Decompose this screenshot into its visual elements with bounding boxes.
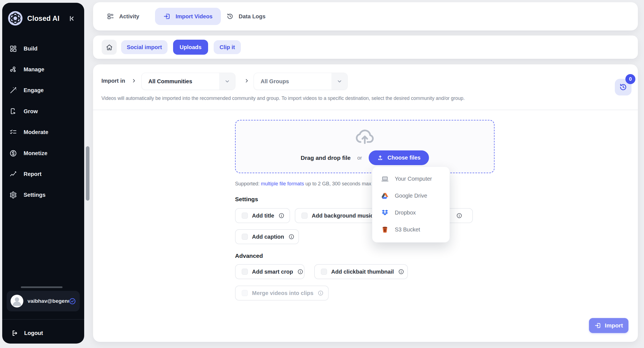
option-label: Add title [252,213,274,219]
sidebar-item-label: Report [24,171,41,177]
user-account-chip[interactable]: vaibhav@begenu... [7,291,80,311]
info-icon[interactable] [288,234,294,240]
home-button[interactable] [102,40,117,55]
option-merge-videos-into-clips: Merge videos into clips [235,286,329,301]
brand: Closed AI [8,11,79,26]
logout-label: Logout [24,330,43,336]
supported-formats-link[interactable]: multiple file formats [261,181,304,186]
info-icon[interactable] [398,269,404,275]
checkbox[interactable] [242,234,248,240]
sidebar-scrollbar-thumb[interactable] [86,146,89,201]
sidebar-item-report[interactable]: Report [9,168,76,180]
community-select[interactable]: All Communities [141,73,235,90]
gear-icon [9,191,17,199]
source-dropbox[interactable]: Dropbox [372,204,450,221]
user-email: vaibhav@begenu... [28,298,69,304]
option-label: Add background music [312,213,373,219]
sidebar-item-grow[interactable]: Grow [9,105,76,117]
group-select-value: All Groups [254,78,289,85]
import-in-label: Import in [101,78,125,84]
info-icon[interactable] [297,269,303,275]
sidebar-item-engage[interactable]: Engage [9,84,76,96]
sidebar-item-label: Settings [24,192,46,198]
import-submit-button[interactable]: Import [589,318,628,333]
verified-badge-icon [69,298,76,305]
chevron-right-icon [244,78,250,84]
option-add-caption[interactable]: Add caption [235,229,299,244]
checkbox[interactable] [242,213,248,219]
sidebar-item-monetize[interactable]: Monetize [9,147,76,159]
import-button-label: Import [605,322,623,329]
sidebar-item-manage[interactable]: Manage [9,63,76,75]
checkbox[interactable] [321,269,327,275]
chart-sparkle-icon [9,170,17,178]
info-icon[interactable] [456,213,462,219]
upload-icon [377,155,383,161]
sidebar-item-label: Manage [24,66,44,73]
app-root: Closed AI Build Manage Engage Grow Moder… [0,0,644,348]
checkbox [242,290,248,296]
import-icon [595,322,601,329]
sub-nav-bar: Social import Uploads Clip it [93,36,638,59]
sidebar-item-settings[interactable]: Settings [9,189,76,201]
chevron-down-icon [219,73,235,90]
option-label: Add caption [252,234,284,240]
source-label: S3 Bucket [395,226,420,233]
source-google-drive[interactable]: Google Drive [372,187,450,204]
tab-activity[interactable]: Activity [107,8,139,25]
wand-icon [9,87,17,94]
sidebar-item-label: Moderate [24,129,48,135]
tab-label: Data Logs [239,13,266,20]
option-add-title[interactable]: Add title [235,208,290,223]
source-your-computer[interactable]: Your Computer [372,170,450,187]
brand-name: Closed AI [27,14,59,22]
checklist-icon [9,128,17,136]
info-icon[interactable] [278,213,284,219]
subnav-social-import-button[interactable]: Social import [121,40,168,54]
community-select-value: All Communities [142,78,192,85]
checkbox[interactable] [242,269,248,275]
info-icon[interactable] [318,290,324,296]
history-clock-icon [619,83,627,91]
group-select[interactable]: All Groups [254,73,348,90]
import-note: Videos will automatically be imported in… [101,95,465,101]
file-dropzone[interactable]: Drag and drop file or Choose files [235,120,495,173]
tab-data-logs[interactable]: Data Logs [226,8,266,25]
sidebar: Closed AI Build Manage Engage Grow Moder… [2,3,84,344]
tab-import-videos[interactable]: Import Videos [155,8,221,25]
subnav-clip-it-button[interactable]: Clip it [214,40,241,54]
option-add-smart-crop[interactable]: Add smart crop [235,264,304,279]
sidebar-item-build[interactable]: Build [9,42,76,55]
tab-label: Import Videos [176,13,213,20]
closed-ai-logo-icon [8,11,23,26]
subnav-uploads-button[interactable]: Uploads [173,40,208,55]
sidebar-item-moderate[interactable]: Moderate [9,126,76,138]
sidebar-drag-handle [21,286,63,288]
source-s3-bucket[interactable]: S3 Bucket [372,221,450,238]
dropzone-or-label: or [357,155,362,161]
dropzone-action-row: Drag and drop file or Choose files [236,150,494,165]
chevron-down-icon [331,73,347,90]
source-label: Dropbox [395,210,416,216]
grid-icon [9,45,17,52]
main-panel: Import in All Communities All Groups 0 V… [93,64,638,342]
option-add-clickbait-thumbnail[interactable]: Add clickbait thumbnail [314,264,408,279]
google-drive-icon [381,192,389,200]
sidebar-item-label: Build [24,46,38,52]
sidebar-item-label: Monetize [24,150,48,157]
sidebar-collapse-button[interactable] [68,14,78,23]
source-label: Your Computer [395,176,432,182]
device-play-icon [9,108,17,115]
checkbox[interactable] [301,213,308,219]
choose-files-button[interactable]: Choose files [369,150,429,165]
logout-button[interactable]: Logout [11,327,72,339]
supported-formats-text: Supported: multiple file formats up to 2… [235,181,371,187]
s3-bucket-icon [381,226,389,233]
sidebar-item-label: Grow [24,108,38,115]
header-divider [93,110,638,110]
sidebar-item-label: Engage [24,87,44,94]
home-icon [106,44,113,51]
advanced-heading: Advanced [235,253,263,259]
file-source-menu: Your Computer Google Drive Dropbox S3 Bu… [372,167,450,243]
top-tab-bar: Activity Import Videos Data Logs [93,2,638,31]
